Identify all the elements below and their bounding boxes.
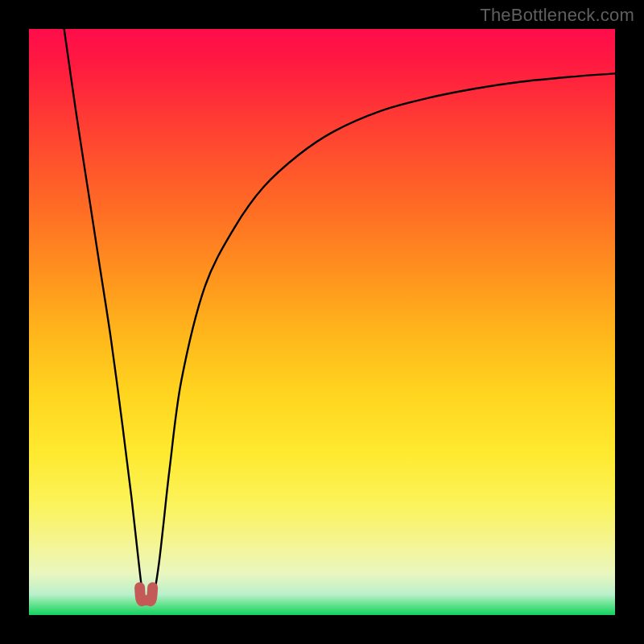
trough-marker (140, 588, 153, 601)
bottleneck-curve (64, 29, 615, 602)
curve-layer (29, 29, 615, 615)
plot-area (29, 29, 615, 615)
watermark-text: TheBottleneck.com (480, 5, 634, 26)
chart-frame: TheBottleneck.com (0, 0, 644, 644)
